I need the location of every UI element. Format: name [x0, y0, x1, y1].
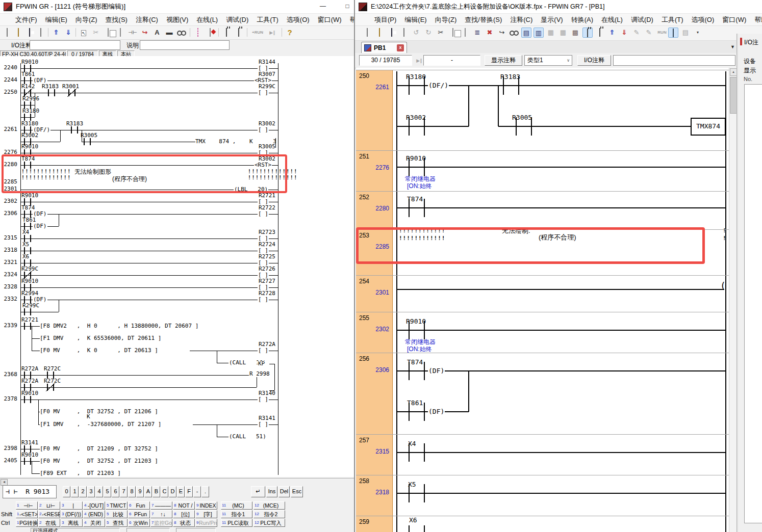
panel-list[interactable]: [744, 84, 762, 523]
edit-key-button[interactable]: ↵: [251, 486, 265, 497]
download-icon[interactable]: ⇓: [619, 28, 629, 38]
block-icon[interactable]: ▬: [164, 28, 174, 38]
fn-key-button[interactable]: 4-[OUT]: [83, 501, 105, 510]
fn-key-button[interactable]: 3(DF(/)): [61, 510, 83, 518]
menu-item[interactable]: 在线(L): [192, 14, 222, 26]
rung-header[interactable]: 2582318: [356, 475, 393, 516]
rung-header[interactable]: 2552302: [356, 312, 393, 353]
key-button[interactable]: 5: [104, 486, 111, 497]
menu-item[interactable]: 转换(A): [567, 14, 597, 26]
save-icon[interactable]: [387, 28, 397, 38]
menu-item[interactable]: 窗口(W): [718, 14, 750, 26]
fn-key-button[interactable]: 11PLC读取: [221, 519, 252, 527]
offline-icon[interactable]: [595, 28, 605, 38]
fn-key-button[interactable]: 6次Win: [128, 519, 150, 527]
undo-icon[interactable]: ↺: [411, 28, 421, 38]
fn-key-button[interactable]: 5比较: [106, 510, 128, 518]
menu-item[interactable]: 向导(Z): [71, 14, 101, 26]
fn-key-button[interactable]: 8[位]: [173, 510, 195, 518]
title-bar[interactable]: E:\2024工作文件夹\7.盖底除尘上料设备附加设备\OK版本.fpx - F…: [355, 0, 762, 14]
fn-key-button[interactable]: 1-<SET>: [16, 510, 38, 518]
description-input[interactable]: [140, 40, 230, 50]
fn-key-button[interactable]: 4(END): [83, 510, 105, 518]
find-icon[interactable]: [509, 28, 519, 38]
io-comment-button[interactable]: I/O注释: [577, 55, 611, 66]
flag-icon[interactable]: [205, 28, 215, 38]
cut-icon[interactable]: ✂: [91, 28, 101, 38]
fn-key-button[interactable]: 6PFun: [128, 510, 150, 518]
tab-list-chevron-icon[interactable]: ▼: [730, 44, 735, 49]
jump-icon[interactable]: ↪: [497, 28, 507, 38]
key-button[interactable]: .: [201, 486, 209, 497]
menu-item[interactable]: 查找(S): [101, 14, 132, 26]
status-panel-icon[interactable]: ▤: [680, 28, 691, 38]
panel-item-device[interactable]: 设备: [744, 57, 756, 66]
fn-key-button[interactable]: 9INDEX: [195, 501, 217, 510]
run-prog-toggle-icon[interactable]: ▶∥: [414, 56, 424, 66]
upload-icon[interactable]: ⇑: [607, 28, 617, 38]
menu-item[interactable]: 编辑(E): [41, 14, 71, 26]
rung-header[interactable]: 2572315: [356, 435, 393, 475]
scroll-up-icon[interactable]: ▲: [730, 68, 737, 76]
open-file-icon[interactable]: [374, 28, 385, 38]
cut-icon[interactable]: ✂: [436, 28, 446, 38]
vertical-scrollbar[interactable]: ▲: [729, 68, 736, 532]
ladder-view[interactable]: TMX874 R3180R3183(DF/)R3002R3005R9010常闭继…: [356, 68, 729, 532]
fn-key-button[interactable]: 8状态: [173, 519, 195, 527]
rung-header[interactable]: 2562306: [356, 353, 393, 434]
paste-icon[interactable]: [460, 28, 470, 38]
menu-item[interactable]: 查找/替换(S): [461, 14, 506, 26]
tab-close-icon[interactable]: x: [397, 44, 404, 51]
menu-item[interactable]: 显示(V): [537, 14, 567, 26]
fn-key-button[interactable]: 7↑↓: [150, 510, 172, 518]
rung-header[interactable]: 259: [356, 516, 393, 532]
key-button[interactable]: 4: [95, 486, 103, 497]
menu-item[interactable]: 文件(F): [11, 14, 41, 26]
show-comment-icon[interactable]: ▤: [521, 28, 531, 38]
key-button[interactable]: F: [185, 486, 193, 497]
show-comment-button[interactable]: 显示注释: [485, 55, 522, 66]
print-icon[interactable]: [36, 28, 46, 38]
fn-key-button[interactable]: 11指令1: [221, 510, 252, 518]
grid-select-icon[interactable]: [193, 28, 203, 38]
run-mode-icon[interactable]: +RUN: [250, 28, 265, 38]
key-button[interactable]: 9: [136, 486, 144, 497]
edit-program-icon[interactable]: ✎: [631, 28, 642, 38]
rung-header[interactable]: 2542301: [356, 276, 393, 312]
tab-pb1[interactable]: PB1 x: [361, 42, 407, 53]
io-comment-input[interactable]: [613, 55, 735, 66]
fn-key-button[interactable]: 11(MC): [221, 501, 252, 510]
key-button[interactable]: D: [169, 486, 176, 497]
help-icon[interactable]: ?: [285, 28, 295, 38]
fn-key-button[interactable]: 1⊣⊢: [16, 501, 38, 510]
menu-item[interactable]: 窗口(W): [314, 14, 346, 26]
monitor-icon[interactable]: [668, 28, 678, 38]
delete-icon[interactable]: ✖: [485, 28, 495, 38]
horizontal-scrollbar[interactable]: ◄: [0, 478, 354, 485]
fn-key-button[interactable]: 2-<RESET>: [38, 510, 60, 518]
new-file-icon[interactable]: [2, 28, 12, 38]
paste-icon[interactable]: [115, 28, 125, 38]
maximize-button[interactable]: □: [343, 2, 352, 11]
page-up-icon[interactable]: ⇑: [51, 28, 61, 38]
jump-icon[interactable]: ↪: [140, 28, 150, 38]
fn-key-button[interactable]: 2在线: [38, 519, 60, 527]
timer-block[interactable]: TMX874: [691, 118, 726, 136]
fn-key-button[interactable]: 6Fun: [128, 501, 150, 510]
fn-key-button[interactable]: 9[字]: [195, 510, 217, 518]
print-icon[interactable]: [399, 28, 409, 38]
menu-item[interactable]: 调试(D): [627, 14, 657, 26]
instruction-entry[interactable]: ⊣ ⊢ R 9013: [3, 485, 57, 498]
rung-header[interactable]: 2512276: [356, 151, 393, 191]
minimize-button[interactable]: —: [318, 2, 327, 11]
fn-key-button[interactable]: 3离线: [61, 519, 83, 527]
fn-key-button[interactable]: 12指令2: [253, 510, 285, 518]
grid-monitor-icon[interactable]: ▦: [558, 28, 568, 38]
ladder-editor[interactable]: 2240224422502261227622802285230123022306…: [0, 56, 354, 477]
menu-item[interactable]: 工具(T): [252, 14, 283, 26]
edit-comment-icon[interactable]: ▥: [534, 28, 544, 38]
fn-key-button[interactable]: 5查找: [106, 519, 128, 527]
copy-icon[interactable]: [103, 28, 113, 38]
toolbar-overflow-icon[interactable]: ▾: [693, 28, 703, 38]
title-bar[interactable]: FPWIN GR - [1121 (符号梯形图编辑)] — □: [0, 0, 354, 14]
